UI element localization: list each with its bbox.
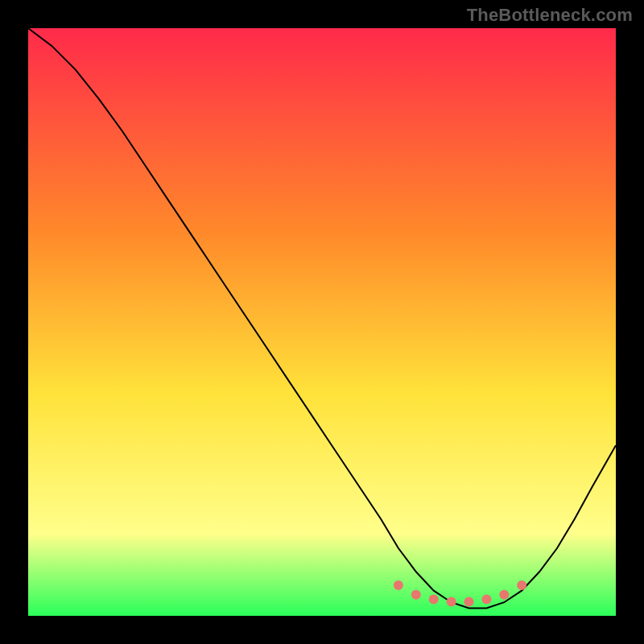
chart-frame: TheBottleneck.com [0,0,644,644]
watermark-text: TheBottleneck.com [467,5,633,26]
optimal-dot [429,595,439,605]
optimal-dot [464,597,474,606]
optimal-dot [411,590,421,600]
plot-svg [28,28,616,616]
optimal-dot [499,590,509,600]
gradient-background [28,28,616,616]
plot-area [28,28,616,616]
optimal-dot [517,580,526,590]
optimal-dot [447,597,456,606]
optimal-dot [394,580,403,590]
optimal-dot [481,595,491,605]
